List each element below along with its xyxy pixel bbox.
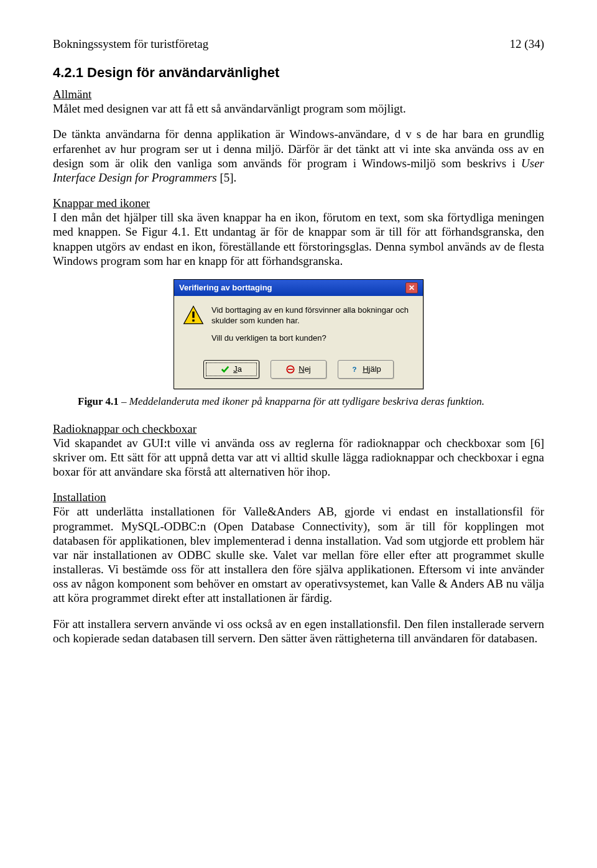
figure-caption: Figur 4.1 – Meddelanderuta med ikoner på… (78, 395, 544, 408)
text-allmant-2b: [5]. (217, 171, 237, 184)
close-icon[interactable]: ✕ (405, 282, 418, 293)
svg-rect-2 (192, 320, 194, 321)
help-label: Hjälp (363, 364, 381, 374)
para-install-1: Installation För att underlätta installa… (53, 490, 544, 605)
yes-label: Ja (233, 364, 242, 374)
message-dialog: Verifiering av borttaging ✕ Vid borttagi… (174, 279, 423, 389)
dialog-titlebar: Verifiering av borttaging ✕ (174, 280, 423, 296)
no-label: Nej (298, 364, 311, 374)
text-radio: Vid skapandet av GUI:t ville vi använda … (53, 436, 544, 478)
svg-text:?: ? (353, 365, 357, 372)
dialog-line2: Vill du verkligen ta bort kunden? (211, 333, 414, 344)
help-button[interactable]: ? Hjälp (338, 360, 394, 379)
warning-icon (183, 305, 204, 326)
para-allmant: Allmänt Målet med designen var att få et… (53, 87, 544, 116)
subheading-allmant: Allmänt (53, 88, 91, 101)
para-radio: Radioknappar och checkboxar Vid skapande… (53, 422, 544, 479)
dialog-text: Vid borttaging av en kund försvinner all… (211, 305, 414, 350)
dialog-line1: Vid borttaging av en kund försvinner all… (211, 305, 414, 326)
subheading-radio: Radioknappar och checkboxar (53, 422, 197, 435)
help-icon: ? (350, 365, 359, 374)
svg-rect-1 (192, 312, 194, 318)
check-icon (221, 365, 229, 374)
para-knappar: Knappar med ikoner I den mån det hjälper… (53, 196, 544, 268)
dialog-button-row: Ja Nej ? Hjälp (174, 354, 423, 389)
text-install-2: För att installera servern använde vi os… (53, 617, 544, 645)
para-install-2: För att installera servern använde vi os… (53, 617, 544, 645)
no-entry-icon (286, 365, 295, 374)
page: Bokningssystem för turistföretag 12 (34)… (0, 0, 597, 688)
no-button[interactable]: Nej (271, 360, 326, 379)
subheading-install: Installation (53, 491, 106, 504)
text-knappar: I den mån det hjälper till ska även knap… (53, 211, 544, 267)
doc-title: Bokningssystem för turistföretag (53, 37, 208, 51)
text-allmant-1: Målet med designen var att få ett så anv… (53, 102, 406, 115)
figure-caption-text: – Meddelanderuta med ikoner på knapparna… (119, 395, 484, 407)
section-heading: 4.2.1 Design för användarvänlighet (53, 65, 544, 81)
figure-label: Figur 4.1 (78, 395, 119, 407)
dialog-body: Vid borttaging av en kund försvinner all… (174, 296, 423, 354)
text-install-1: För att underlätta installationen för Va… (53, 505, 544, 604)
running-header: Bokningssystem för turistföretag 12 (34) (53, 37, 544, 51)
subheading-knappar: Knappar med ikoner (53, 196, 150, 210)
yes-button[interactable]: Ja (203, 360, 259, 379)
para-allmant-2: De tänkta användarna för denna applikati… (53, 127, 544, 185)
dialog-title: Verifiering av borttaging (179, 283, 272, 292)
page-number: 12 (34) (510, 37, 544, 51)
text-allmant-2a: De tänkta användarna för denna applikati… (53, 127, 544, 169)
